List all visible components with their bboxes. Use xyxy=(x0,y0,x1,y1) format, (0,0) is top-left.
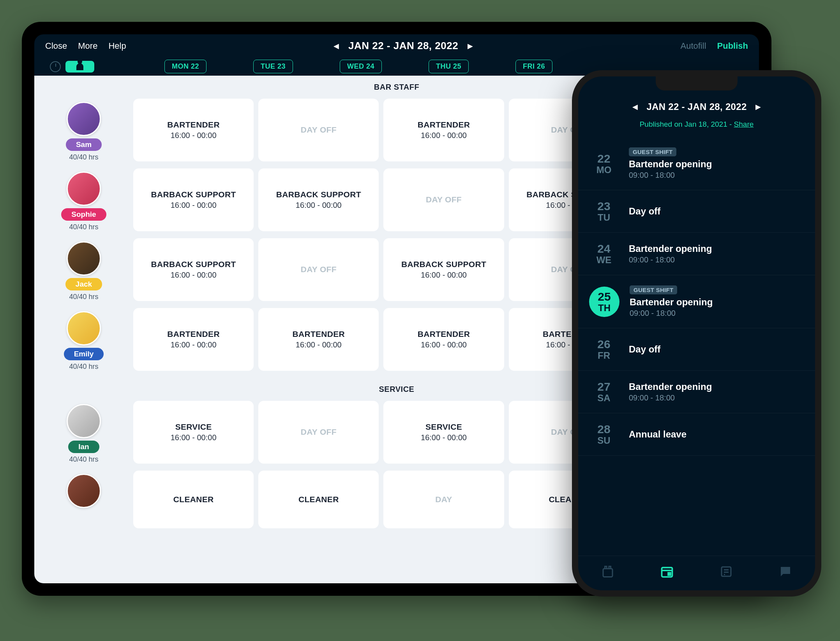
hours-label: 40/40 hrs xyxy=(69,293,98,301)
prev-week-button[interactable]: ◀ xyxy=(334,42,339,50)
date-block: 22MO xyxy=(589,153,619,175)
shift-time: 16:00 - 00:00 xyxy=(296,201,342,210)
shift-card[interactable]: BARBACK SUPPORT16:00 - 00:00 xyxy=(383,238,504,301)
date-num: 22 xyxy=(597,153,610,165)
day-chip-2[interactable]: WED 24 xyxy=(340,60,382,73)
staff-col: Ian40/40 hrs xyxy=(39,401,129,464)
shift-card[interactable]: BARTENDER16:00 - 00:00 xyxy=(383,308,504,371)
shift-time: 09:00 - 18:00 xyxy=(629,255,804,264)
day-chip-1[interactable]: TUE 23 xyxy=(253,60,293,73)
shift-role: CLEANER xyxy=(173,495,214,504)
shift-time: 16:00 - 00:00 xyxy=(296,340,342,349)
hours-label: 40/40 hrs xyxy=(69,363,98,371)
phone-shift-item[interactable]: 23TUDay off xyxy=(578,190,815,233)
name-pill[interactable]: Emily xyxy=(64,348,104,360)
shift-card[interactable]: SERVICE16:00 - 00:00 xyxy=(133,401,254,464)
phone-tabbar xyxy=(578,556,815,590)
shift-time: 16:00 - 00:00 xyxy=(421,340,467,349)
shift-role: DAY OFF xyxy=(301,265,337,274)
shift-role: DAY OFF xyxy=(301,427,337,437)
shift-time: 16:00 - 00:00 xyxy=(171,271,217,280)
help-button[interactable]: Help xyxy=(108,41,126,51)
avatar[interactable] xyxy=(67,172,101,206)
shift-card[interactable]: BARBACK SUPPORT16:00 - 00:00 xyxy=(133,168,254,231)
item-content: Day off xyxy=(629,206,804,217)
item-content: Day off xyxy=(629,344,804,355)
avatar[interactable] xyxy=(67,311,101,345)
shift-title: Annual leave xyxy=(629,429,804,440)
shift-role: BARTENDER xyxy=(167,329,220,339)
name-pill[interactable]: Sophie xyxy=(61,208,106,221)
next-week-button[interactable]: ▶ xyxy=(468,42,473,50)
phone-shift-item[interactable]: 26FRDay off xyxy=(578,328,815,371)
week-nav: ◀ JAN 22 - JAN 28, 2022 ▶ xyxy=(126,40,681,52)
shift-role: CLEANER xyxy=(298,495,339,504)
staff-col: Jack40/40 hrs xyxy=(39,238,129,301)
phone-screen: ◀ JAN 22 - JAN 28, 2022 ▶ Published on J… xyxy=(578,76,815,590)
name-pill[interactable]: Sam xyxy=(66,138,102,151)
date-day: SU xyxy=(597,436,610,445)
shift-role: SERVICE xyxy=(175,422,212,432)
phone-shift-item[interactable]: 24WEBartender opening09:00 - 18:00 xyxy=(578,233,815,275)
shift-time: 16:00 - 00:00 xyxy=(421,271,467,280)
shift-card[interactable]: DAY OFF xyxy=(258,401,379,464)
item-content: GUEST SHIFTBartender opening09:00 - 18:0… xyxy=(629,147,804,180)
tab-calendar-icon[interactable] xyxy=(659,564,675,579)
close-button[interactable]: Close xyxy=(45,41,67,51)
phone-shift-item[interactable]: 22MOGUEST SHIFTBartender opening09:00 - … xyxy=(578,137,815,190)
autofill-button[interactable]: Autofill xyxy=(681,41,706,51)
svg-rect-0 xyxy=(603,569,612,577)
shift-card[interactable]: BARTENDER16:00 - 00:00 xyxy=(133,308,254,371)
tab-tasks-icon[interactable] xyxy=(718,564,734,579)
shift-time: 09:00 - 18:00 xyxy=(629,393,804,402)
date-num: 25 xyxy=(598,291,611,303)
day-chip-3[interactable]: THU 25 xyxy=(429,60,469,73)
tab-home-icon[interactable] xyxy=(600,564,616,579)
tab-chat-icon[interactable] xyxy=(778,564,793,579)
phone-prev-button[interactable]: ◀ xyxy=(632,103,638,111)
more-button[interactable]: More xyxy=(78,41,97,51)
phone-notch xyxy=(656,76,738,90)
item-content: Annual leave xyxy=(629,429,804,440)
phone-next-button[interactable]: ▶ xyxy=(755,103,761,111)
shift-card[interactable]: DAY OFF xyxy=(258,238,379,301)
shift-card[interactable]: BARTENDER16:00 - 00:00 xyxy=(258,308,379,371)
phone-shift-item[interactable]: 27SABartender opening09:00 - 18:00 xyxy=(578,371,815,413)
phone-shift-list[interactable]: 22MOGUEST SHIFTBartender opening09:00 - … xyxy=(578,137,815,556)
shift-card[interactable]: CLEANER xyxy=(258,471,379,528)
shift-card[interactable]: BARBACK SUPPORT16:00 - 00:00 xyxy=(133,238,254,301)
publish-button[interactable]: Publish xyxy=(717,41,748,51)
avatar[interactable] xyxy=(67,241,101,276)
shift-card[interactable]: DAY OFF xyxy=(258,99,379,161)
phone-subtitle: Published on Jan 18, 2021 - Share xyxy=(578,120,815,137)
phone-shift-item[interactable]: 28SUAnnual leave xyxy=(578,413,815,456)
svg-rect-5 xyxy=(668,573,671,575)
shift-role: DAY xyxy=(435,495,452,504)
day-chip-0[interactable]: MON 22 xyxy=(164,60,206,73)
topbar-left: Close More Help xyxy=(45,41,126,51)
item-content: Bartender opening09:00 - 18:00 xyxy=(629,381,804,402)
avatar[interactable] xyxy=(67,404,101,438)
avatar[interactable] xyxy=(67,102,101,136)
shift-card[interactable]: SERVICE16:00 - 00:00 xyxy=(383,401,504,464)
share-link[interactable]: Share xyxy=(734,120,754,128)
shift-time: 09:00 - 18:00 xyxy=(630,309,804,318)
shift-card[interactable]: BARTENDER16:00 - 00:00 xyxy=(383,99,504,161)
shift-card[interactable]: BARTENDER16:00 - 00:00 xyxy=(133,99,254,161)
phone-shift-item[interactable]: 25THGUEST SHIFTBartender opening09:00 - … xyxy=(578,275,815,328)
shift-title: Bartender opening xyxy=(630,297,804,308)
date-num: 26 xyxy=(597,338,610,350)
clock-icon[interactable] xyxy=(50,61,61,72)
shift-card[interactable]: BARBACK SUPPORT16:00 - 00:00 xyxy=(258,168,379,231)
shift-role: BARBACK SUPPORT xyxy=(276,190,361,199)
shift-card[interactable]: DAY xyxy=(383,471,504,528)
name-pill[interactable]: Ian xyxy=(68,441,99,453)
name-pill[interactable]: Jack xyxy=(65,278,102,290)
shift-role: BARTENDER xyxy=(167,120,220,129)
avatar[interactable] xyxy=(67,474,101,508)
shift-card[interactable]: CLEANER xyxy=(133,471,254,528)
person-view-toggle[interactable] xyxy=(65,61,94,73)
shift-card[interactable]: DAY OFF xyxy=(383,168,504,231)
date-block: 23TU xyxy=(589,200,619,222)
day-chip-4[interactable]: FRI 26 xyxy=(515,60,552,73)
